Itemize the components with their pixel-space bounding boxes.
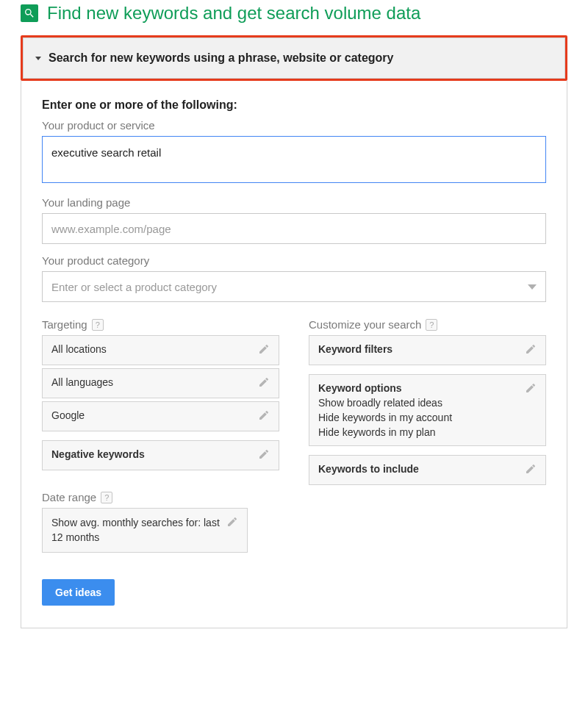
intro-text: Enter one or more of the following: — [42, 98, 546, 112]
keyword-options-lines: Keyword options Show broadly related ide… — [318, 382, 452, 438]
targeting-label: Targeting ? — [42, 318, 279, 331]
keyword-filters-chip[interactable]: Keyword filters — [309, 335, 546, 365]
pencil-icon — [258, 409, 270, 423]
targeting-languages-chip[interactable]: All languages — [42, 368, 279, 398]
pencil-icon — [525, 343, 537, 357]
keyword-options-sub3: Hide keywords in my plan — [318, 426, 452, 438]
page-header: Find new keywords and get search volume … — [21, 0, 567, 35]
category-label: Your product category — [42, 254, 546, 267]
daterange-label-text: Date range — [42, 491, 96, 503]
category-placeholder: Enter or select a product category — [51, 281, 217, 293]
customize-label-text: Customize your search — [309, 318, 421, 331]
pencil-icon — [258, 376, 270, 390]
targeting-negative-chip[interactable]: Negative keywords — [42, 440, 279, 470]
accordion-header-highlight: Search for new keywords using a phrase, … — [21, 35, 567, 81]
help-icon[interactable]: ? — [426, 319, 437, 331]
accordion-title: Search for new keywords using a phrase, … — [49, 51, 394, 65]
daterange-text: Show avg. monthly searches for: last 12 … — [51, 516, 226, 545]
targeting-negative-text: Negative keywords — [51, 448, 145, 460]
keywords-include-text: Keywords to include — [318, 463, 419, 475]
keyword-options-chip[interactable]: Keyword options Show broadly related ide… — [309, 374, 546, 446]
daterange-chip[interactable]: Show avg. monthly searches for: last 12 … — [42, 508, 248, 553]
targeting-column: Targeting ? All locations All languages … — [42, 318, 279, 553]
customize-label: Customize your search ? — [309, 318, 546, 331]
landing-label: Your landing page — [42, 196, 546, 209]
chevron-down-icon — [528, 284, 537, 290]
pencil-icon — [258, 448, 270, 462]
get-ideas-button[interactable]: Get ideas — [42, 579, 115, 606]
options-columns: Targeting ? All locations All languages … — [42, 318, 546, 553]
caret-down-icon — [35, 57, 41, 60]
targeting-languages-text: All languages — [51, 376, 113, 388]
accordion-header[interactable]: Search for new keywords using a phrase, … — [23, 37, 565, 79]
keyword-options-sub2: Hide keywords in my account — [318, 412, 452, 423]
targeting-locations-text: All locations — [51, 343, 107, 355]
customize-column: Customize your search ? Keyword filters … — [309, 318, 546, 553]
keyword-filters-text: Keyword filters — [318, 343, 392, 355]
keyword-options-title: Keyword options — [318, 382, 452, 394]
targeting-locations-chip[interactable]: All locations — [42, 335, 279, 365]
accordion-panel: Enter one or more of the following: Your… — [21, 81, 567, 628]
help-icon[interactable]: ? — [101, 492, 112, 503]
pencil-icon — [226, 516, 238, 530]
pencil-icon — [525, 463, 537, 477]
page-title: Find new keywords and get search volume … — [47, 3, 420, 24]
daterange-label: Date range ? — [42, 491, 279, 503]
pencil-icon — [258, 343, 270, 357]
keywords-include-chip[interactable]: Keywords to include — [309, 455, 546, 485]
targeting-network-text: Google — [51, 409, 85, 421]
targeting-network-chip[interactable]: Google — [42, 401, 279, 431]
product-label: Your product or service — [42, 119, 546, 132]
landing-input[interactable]: www.example.com/page — [42, 213, 546, 244]
help-icon[interactable]: ? — [92, 319, 104, 331]
targeting-label-text: Targeting — [42, 318, 87, 331]
search-icon — [21, 4, 38, 22]
category-select[interactable]: Enter or select a product category — [42, 271, 546, 302]
keyword-options-sub1: Show broadly related ideas — [318, 397, 452, 409]
pencil-icon — [525, 382, 537, 396]
product-input[interactable] — [42, 136, 546, 183]
